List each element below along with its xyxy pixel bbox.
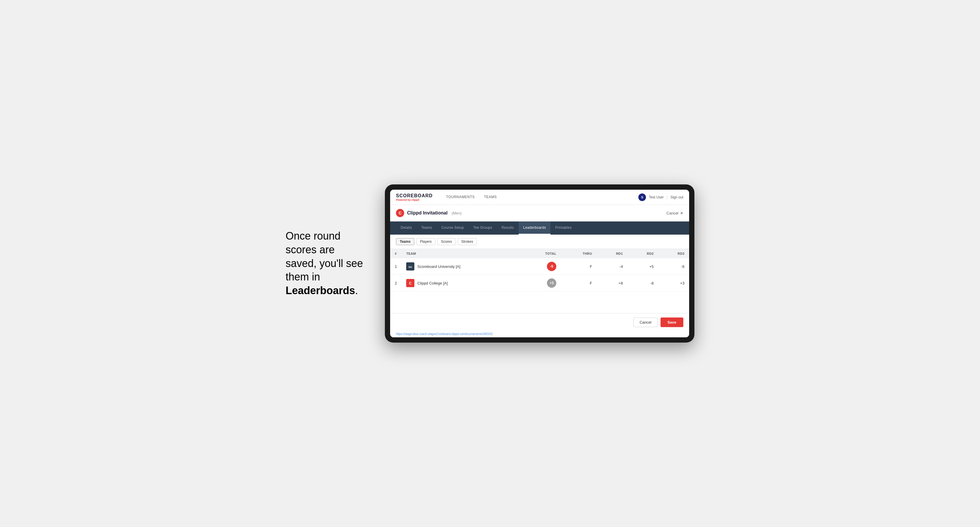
tournament-icon: C [396, 209, 404, 217]
col-total: TOTAL [522, 249, 561, 258]
team-logo-2: C [406, 279, 414, 287]
sidebar-line4: them in [286, 271, 320, 283]
col-rd3: RD3 [659, 249, 689, 258]
sidebar-line2: scores are [286, 244, 335, 256]
filter-teams[interactable]: Teams [396, 238, 414, 245]
team-logo-1: SU [406, 262, 414, 270]
sidebar-description: Once round scores are saved, you'll see … [286, 229, 368, 298]
sign-out-link[interactable]: Sign out [670, 195, 683, 199]
filter-players[interactable]: Players [416, 238, 435, 245]
filter-bar: Teams Players Scores Strokes [390, 235, 689, 249]
team-cell-1: SU Scoreboard University [A] [401, 258, 522, 275]
table-row: 1 SU Scoreboard Universit [390, 258, 689, 275]
tab-details[interactable]: Details [396, 221, 417, 235]
nav-tournaments[interactable]: TOURNAMENTS [442, 190, 479, 205]
col-rd2: RD2 [628, 249, 658, 258]
sidebar-bold: Leaderboards [286, 284, 355, 297]
rank-2: 2 [390, 275, 401, 292]
url-text: https://stage-blue-coach.stagesCoreboard… [396, 332, 493, 336]
tab-teams[interactable]: Teams [417, 221, 437, 235]
tournament-header: C Clippd Invitational (Men) Cancel ✕ [390, 205, 689, 221]
filter-strokes[interactable]: Strokes [458, 238, 477, 245]
nav-links: TOURNAMENTS TEAMS [442, 190, 639, 205]
close-icon: ✕ [680, 211, 683, 215]
leaderboard-table: # TEAM TOTAL THRU RD1 RD2 RD3 1 [390, 249, 689, 292]
content-area: # TEAM TOTAL THRU RD1 RD2 RD3 1 [390, 249, 689, 313]
rd1-cell-1: -4 [597, 258, 628, 275]
tab-leaderboards[interactable]: Leaderboards [519, 221, 551, 235]
team-name-1: Scoreboard University [A] [417, 264, 460, 269]
sidebar-line3: saved, you'll see [286, 257, 363, 269]
tablet-frame: SCOREBOARD Powered by clippd TOURNAMENTS… [385, 184, 694, 343]
tab-tee-groups[interactable]: Tee Groups [469, 221, 497, 235]
tab-results[interactable]: Results [497, 221, 519, 235]
powered-by: Powered by clippd [396, 198, 433, 202]
total-badge-1: -5 [547, 262, 556, 271]
rd2-cell-2: -8 [628, 275, 658, 292]
tournament-gender: (Men) [452, 211, 462, 215]
team-cell-2: C Clippd College [A] [401, 275, 522, 292]
total-badge-2: +3 [547, 278, 556, 288]
tab-printables[interactable]: Printables [550, 221, 576, 235]
thru-cell-1: F [561, 258, 597, 275]
tab-course-setup[interactable]: Course Setup [437, 221, 469, 235]
rd1-cell-2: +8 [597, 275, 628, 292]
cancel-top-button[interactable]: Cancel ✕ [667, 211, 683, 215]
scoreboard-university-logo: SU [406, 262, 414, 270]
user-avatar: S [638, 194, 646, 201]
clippd-college-logo: C [406, 279, 414, 287]
team-name-2: Clippd College [A] [417, 281, 448, 286]
sidebar-line1: Once round [286, 230, 340, 242]
filter-scores[interactable]: Scores [437, 238, 455, 245]
col-team: TEAM [401, 249, 522, 258]
user-area: S Test User | Sign out [638, 194, 683, 201]
tournament-name: Clippd Invitational [407, 210, 448, 216]
col-rank: # [390, 249, 401, 258]
top-nav: SCOREBOARD Powered by clippd TOURNAMENTS… [390, 190, 689, 205]
app-logo: SCOREBOARD [396, 193, 433, 198]
rd3-cell-2: +3 [659, 275, 689, 292]
save-button[interactable]: Save [660, 317, 683, 327]
total-cell-1: -5 [522, 258, 561, 275]
nav-teams[interactable]: TEAMS [479, 190, 502, 205]
rank-1: 1 [390, 258, 401, 275]
svg-text:SU: SU [409, 265, 412, 268]
rd3-cell-1: -6 [659, 258, 689, 275]
sidebar-period: . [355, 284, 358, 297]
col-rd1: RD1 [597, 249, 628, 258]
table-header-row: # TEAM TOTAL THRU RD1 RD2 RD3 [390, 249, 689, 258]
pipe-separator: | [667, 195, 668, 199]
thru-cell-2: F [561, 275, 597, 292]
user-name: Test User [649, 195, 664, 199]
logo-area: SCOREBOARD Powered by clippd [396, 193, 433, 202]
rd2-cell-1: +5 [628, 258, 658, 275]
svg-text:C: C [409, 281, 412, 286]
sub-nav: Details Teams Course Setup Tee Groups Re… [390, 221, 689, 235]
modal-footer: Cancel Save [390, 313, 689, 331]
url-bar: https://stage-blue-coach.stagesCoreboard… [390, 331, 689, 337]
total-cell-2: +3 [522, 275, 561, 292]
tournament-title-area: C Clippd Invitational (Men) [396, 209, 462, 217]
app-window: SCOREBOARD Powered by clippd TOURNAMENTS… [390, 190, 689, 337]
col-thru: THRU [561, 249, 597, 258]
cancel-button[interactable]: Cancel [633, 317, 657, 327]
table-row: 2 C Clippd College [A] [390, 275, 689, 292]
